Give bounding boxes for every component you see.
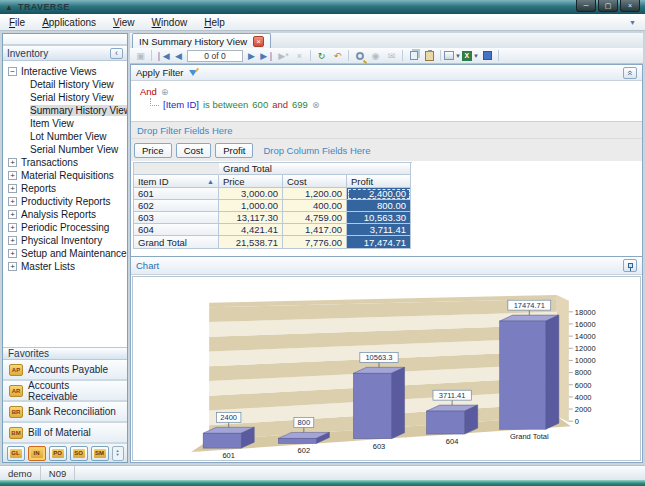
pivot-cell-selected[interactable]: 10,563.30 bbox=[347, 212, 411, 224]
filter-value-2[interactable]: 699 bbox=[292, 99, 308, 110]
expand-icon[interactable]: + bbox=[8, 223, 17, 232]
maximize-button[interactable]: ▢ bbox=[598, 0, 618, 12]
refresh-button[interactable]: ↻ bbox=[314, 49, 329, 62]
menu-help[interactable]: Help bbox=[204, 17, 225, 28]
expand-icon[interactable]: + bbox=[8, 262, 17, 271]
filter-operator[interactable]: is between bbox=[203, 99, 248, 110]
sidebar-item-productivity-reports[interactable]: +Productivity Reports bbox=[3, 195, 127, 208]
expand-icon[interactable]: + bbox=[8, 236, 17, 245]
add-condition-icon[interactable]: ⊕ bbox=[161, 87, 169, 97]
pivot-cell[interactable]: 1,000.00 bbox=[219, 200, 283, 212]
pivot-cell[interactable]: 13,117.30 bbox=[219, 212, 283, 224]
column-header-profit[interactable]: Profit bbox=[347, 175, 411, 188]
module-sm-button[interactable]: SM bbox=[91, 446, 109, 461]
remove-condition-icon[interactable]: ⊗ bbox=[312, 100, 320, 110]
pivot-cell[interactable]: 3,000.00 bbox=[219, 188, 283, 200]
drop-column-fields-zone[interactable]: Drop Column Fields Here bbox=[263, 145, 370, 156]
favorite-bill-of-material[interactable]: BMBill of Material bbox=[3, 423, 127, 444]
pivot-cell[interactable]: 7,776.00 bbox=[283, 236, 347, 249]
sidebar-item-interactive-views[interactable]: −Interactive Views bbox=[3, 65, 127, 78]
sidebar-item-serial-history-view[interactable]: Serial History View bbox=[3, 91, 127, 104]
module-in-button[interactable]: IN bbox=[28, 446, 46, 461]
expand-icon[interactable]: + bbox=[8, 184, 17, 193]
grand-total-row-header[interactable]: Grand Total bbox=[134, 236, 219, 249]
expand-icon[interactable]: + bbox=[8, 197, 17, 206]
expand-icon[interactable]: + bbox=[8, 171, 17, 180]
copy-button[interactable] bbox=[406, 49, 421, 62]
pivot-cell-selected[interactable]: 17,474.71 bbox=[347, 236, 411, 249]
sidebar-item-analysis-reports[interactable]: +Analysis Reports bbox=[3, 208, 127, 221]
previous-record-button[interactable]: ◀ bbox=[171, 49, 186, 62]
new-record-button[interactable]: ▶* bbox=[276, 49, 291, 62]
cost-field-button[interactable]: Cost bbox=[176, 143, 212, 158]
favorite-accounts-receivable[interactable]: ARAccounts Receivable bbox=[3, 381, 127, 402]
first-record-button[interactable]: ❘◀ bbox=[155, 49, 170, 62]
menu-file[interactable]: File bbox=[9, 17, 25, 28]
sidebar-item-item-view[interactable]: Item View bbox=[3, 117, 127, 130]
filter-value-1[interactable]: 600 bbox=[252, 99, 268, 110]
filter-edit-icon[interactable] bbox=[189, 70, 197, 76]
favorite-accounts-payable[interactable]: APAccounts Payable bbox=[3, 360, 127, 381]
module-overflow-button[interactable]: ▲▼ bbox=[112, 446, 124, 461]
filter-field[interactable]: [Item ID] bbox=[163, 99, 199, 110]
last-record-button[interactable]: ▶❘ bbox=[260, 49, 275, 62]
row-header[interactable]: 604 bbox=[134, 224, 219, 236]
email-button[interactable]: ✉ bbox=[384, 49, 399, 62]
pivot-cell-selected[interactable]: 2,400.00 bbox=[347, 188, 411, 200]
minimize-button[interactable]: ─ bbox=[576, 0, 596, 12]
print-preview-button[interactable] bbox=[352, 49, 367, 62]
export-button[interactable]: ▼ bbox=[444, 49, 461, 62]
menu-view[interactable]: View bbox=[113, 17, 135, 28]
menu-applications[interactable]: Applications bbox=[42, 17, 96, 28]
delete-button[interactable]: × bbox=[292, 49, 307, 62]
row-header[interactable]: 603 bbox=[134, 212, 219, 224]
sidebar-item-material-requisitions[interactable]: +Material Requisitions bbox=[3, 169, 127, 182]
expand-icon[interactable]: + bbox=[8, 249, 17, 258]
excel-export-button[interactable]: X▼ bbox=[462, 49, 479, 62]
record-counter[interactable]: 0 of 0 bbox=[187, 50, 243, 62]
price-field-button[interactable]: Price bbox=[134, 143, 172, 158]
chart-pin-button[interactable] bbox=[623, 259, 637, 272]
pivot-cell[interactable]: 4,421.41 bbox=[219, 224, 283, 236]
profit-field-button[interactable]: Profit bbox=[215, 143, 253, 158]
module-gl-button[interactable]: GL bbox=[7, 446, 25, 461]
save-button[interactable]: ▣ bbox=[133, 49, 148, 62]
pivot-cell[interactable]: 400.00 bbox=[283, 200, 347, 212]
module-po-button[interactable]: PO bbox=[49, 446, 67, 461]
drop-filter-fields-zone[interactable]: Drop Filter Fields Here bbox=[131, 122, 642, 139]
sidebar-item-periodic-processing[interactable]: +Periodic Processing bbox=[3, 221, 127, 234]
module-so-button[interactable]: SO bbox=[70, 446, 88, 461]
undo-button[interactable]: ↶ bbox=[330, 49, 345, 62]
column-header-cost[interactable]: Cost bbox=[283, 175, 347, 188]
tab-in-summary-history-view[interactable]: IN Summary History View × bbox=[132, 33, 271, 48]
pivot-cell[interactable]: 21,538.71 bbox=[219, 236, 283, 249]
row-field-header[interactable]: Item ID▲ bbox=[134, 175, 219, 188]
close-button[interactable]: × bbox=[620, 0, 640, 12]
pivot-cell-selected[interactable]: 3,711.41 bbox=[347, 224, 411, 236]
menu-overflow-icon[interactable]: ▼ bbox=[629, 19, 636, 26]
sidebar-item-setup-and-maintenance[interactable]: +Setup and Maintenance bbox=[3, 247, 127, 260]
column-group-header[interactable]: Grand Total bbox=[219, 163, 411, 175]
favorite-bank-reconciliation[interactable]: BRBank Reconciliation bbox=[3, 402, 127, 423]
collapse-icon[interactable]: − bbox=[8, 67, 17, 76]
row-header[interactable]: 602 bbox=[134, 200, 219, 212]
pivot-cell[interactable]: 4,759.00 bbox=[283, 212, 347, 224]
sidebar-item-serial-number-view[interactable]: Serial Number View bbox=[3, 143, 127, 156]
paste-button[interactable] bbox=[422, 49, 437, 62]
pivot-cell-selected[interactable]: 800.00 bbox=[347, 200, 411, 212]
menu-window[interactable]: Window bbox=[152, 17, 188, 28]
sidebar-item-detail-history-view[interactable]: Detail History View bbox=[3, 78, 127, 91]
process-button[interactable]: ◉ bbox=[368, 49, 383, 62]
sidebar-item-master-lists[interactable]: +Master Lists bbox=[3, 260, 127, 273]
sidebar-collapse-button[interactable]: ‹ bbox=[110, 48, 123, 59]
row-header[interactable]: 601 bbox=[134, 188, 219, 200]
expand-icon[interactable]: + bbox=[8, 158, 17, 167]
window-layout-button[interactable] bbox=[480, 49, 495, 62]
filter-group-operator[interactable]: And bbox=[140, 86, 157, 97]
sidebar-item-summary-history-view[interactable]: Summary History View bbox=[3, 104, 127, 117]
pivot-cell[interactable]: 1,417.00 bbox=[283, 224, 347, 236]
column-header-price[interactable]: Price bbox=[219, 175, 283, 188]
sidebar-item-lot-number-view[interactable]: Lot Number View bbox=[3, 130, 127, 143]
sidebar-item-reports[interactable]: +Reports bbox=[3, 182, 127, 195]
tab-close-icon[interactable]: × bbox=[253, 36, 264, 47]
